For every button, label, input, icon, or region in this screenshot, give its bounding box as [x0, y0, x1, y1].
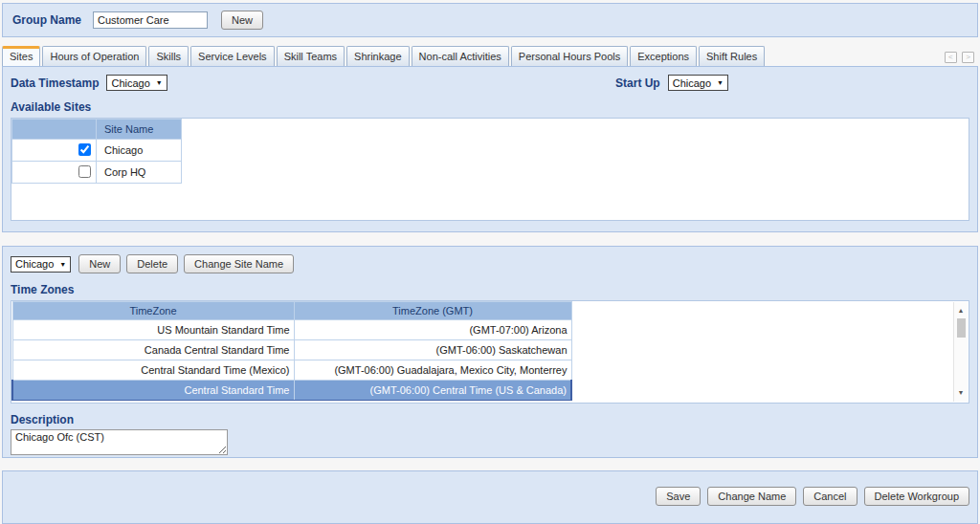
scrollbar-down-icon[interactable]: ▼ [958, 388, 965, 398]
tab-personal-hours-pools[interactable]: Personal Hours Pools [511, 46, 628, 66]
new-site-button[interactable]: New [78, 254, 121, 273]
site-name-column-header: Site Name [97, 120, 182, 140]
site-name-cell: Corp HQ [97, 162, 182, 184]
site-select[interactable]: Chicago ▼ [11, 256, 71, 273]
tab-sites[interactable]: Sites [2, 46, 40, 66]
start-up-select[interactable]: Chicago ▼ [668, 75, 728, 91]
tab-strip: SitesHours of OperationSkillsService Lev… [2, 46, 767, 66]
timezone-gmt-cell: (GMT-07:00) Arizona [294, 320, 571, 340]
cancel-button[interactable]: Cancel [803, 487, 857, 506]
timezone-gmt-cell: (GMT-06:00) Saskatchewan [294, 340, 571, 360]
time-zones-container: TimeZone TimeZone (GMT) US Mountain Stan… [11, 300, 969, 404]
time-zones-header-row: TimeZone TimeZone (GMT) [12, 302, 571, 320]
site-row: Corp HQ [12, 162, 182, 184]
tab-exceptions[interactable]: Exceptions [630, 46, 697, 66]
timezone-cell: Central Standard Time [12, 381, 294, 401]
available-sites-tbody: ChicagoCorp HQ [12, 140, 182, 184]
available-sites-header-row: Site Name [12, 120, 182, 140]
tab-shrinkage[interactable]: Shrinkage [346, 46, 410, 66]
start-up-label: Start Up [615, 76, 660, 90]
description-label: Description [11, 413, 969, 426]
site-checkbox-cell [12, 140, 97, 162]
time-zone-row[interactable]: US Mountain Standard Time(GMT-07:00) Ari… [12, 320, 571, 340]
footer-panel: Save Change Name Cancel Delete Workgroup [2, 470, 978, 524]
tab-scroll-left-icon[interactable]: < [945, 52, 957, 63]
tab-non-call-activities[interactable]: Non-call Activities [412, 46, 509, 66]
timezone-gmt-cell: (GMT-06:00) Central Time (US & Canada) [294, 381, 571, 401]
site-select-value: Chicago [15, 258, 54, 270]
site-checkbox[interactable] [78, 165, 91, 178]
timezone-cell: Canada Central Standard Time [12, 340, 294, 360]
site-name-cell: Chicago [97, 140, 182, 162]
tab-skill-teams[interactable]: Skill Teams [277, 46, 345, 66]
scrollbar-thumb[interactable] [957, 318, 966, 338]
timezone-gmt-cell: (GMT-06:00) Guadalajara, Mexico City, Mo… [294, 360, 571, 381]
dropdown-arrow-icon: ▼ [717, 79, 724, 86]
data-timestamp-value: Chicago [111, 77, 149, 89]
time-zones-heading: Time Zones [11, 283, 969, 296]
available-sites-heading: Available Sites [11, 100, 969, 114]
tab-bar: SitesHours of OperationSkillsService Lev… [2, 44, 978, 66]
save-button[interactable]: Save [656, 487, 701, 506]
group-name-label: Group Name [12, 13, 81, 27]
available-sites-table: Site Name ChicagoCorp HQ [11, 119, 182, 184]
time-zones-table: TimeZone TimeZone (GMT) US Mountain Stan… [11, 301, 572, 401]
timezone-cell: Central Standard Time (Mexico) [12, 360, 294, 381]
site-checkbox[interactable] [78, 143, 91, 156]
tab-service-levels[interactable]: Service Levels [190, 46, 275, 66]
time-zones-tbody: US Mountain Standard Time(GMT-07:00) Ari… [12, 320, 571, 401]
tab-shift-rules[interactable]: Shift Rules [699, 46, 765, 66]
change-site-name-button[interactable]: Change Site Name [184, 254, 294, 273]
time-zone-row-selected[interactable]: Central Standard Time(GMT-06:00) Central… [12, 381, 571, 401]
group-name-panel: Group Name New [2, 3, 978, 37]
available-sites-container: Site Name ChicagoCorp HQ [11, 118, 969, 221]
delete-workgroup-button[interactable]: Delete Workgroup [864, 487, 969, 506]
time-zone-row[interactable]: Canada Central Standard Time(GMT-06:00) … [12, 340, 571, 360]
tab-scrollers: < > [943, 50, 974, 63]
description-input[interactable]: Chicago Ofc (CST) [11, 429, 228, 455]
tab-scroll-right-icon[interactable]: > [962, 52, 974, 63]
timezone-column-header: TimeZone [12, 302, 294, 320]
new-group-button[interactable]: New [221, 11, 263, 30]
timezone-cell: US Mountain Standard Time [12, 320, 294, 340]
tab-skills[interactable]: Skills [148, 46, 189, 66]
timezone-gmt-column-header: TimeZone (GMT) [294, 302, 571, 320]
sites-tab-panel: Data Timestamp Chicago ▼ Start Up Chicag… [2, 66, 978, 232]
checkbox-column-header [12, 120, 97, 140]
group-name-input[interactable] [93, 11, 208, 29]
site-row: Chicago [12, 140, 182, 162]
site-detail-panel: Chicago ▼ New Delete Change Site Name Ti… [2, 246, 978, 458]
start-up-value: Chicago [673, 77, 711, 89]
scrollbar-up-icon[interactable]: ▲ [958, 306, 965, 316]
site-checkbox-cell [12, 162, 97, 184]
time-zone-row[interactable]: Central Standard Time (Mexico)(GMT-06:00… [12, 360, 571, 381]
dropdown-arrow-icon: ▼ [59, 261, 66, 268]
delete-site-button[interactable]: Delete [126, 254, 178, 273]
change-name-button[interactable]: Change Name [707, 487, 796, 506]
data-timestamp-label: Data Timestamp [11, 76, 99, 90]
tab-hours-of-operation[interactable]: Hours of Operation [42, 46, 146, 66]
time-zones-scrollbar[interactable]: ▲ ▼ [953, 302, 968, 402]
dropdown-arrow-icon: ▼ [156, 79, 163, 86]
data-timestamp-select[interactable]: Chicago ▼ [106, 75, 167, 91]
